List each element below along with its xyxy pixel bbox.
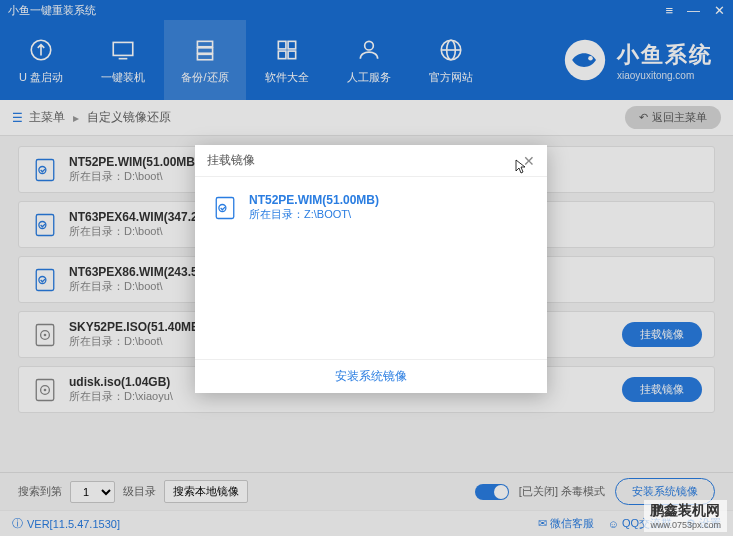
dialog-title: 挂载镜像 (207, 152, 255, 169)
cursor-icon (515, 159, 527, 175)
dialog-file-path: 所在目录：Z:\BOOT\ (249, 207, 531, 222)
mount-image-dialog: 挂载镜像 ✕ NT52PE.WIM(51.00MB) 所在目录：Z:\BOOT\… (195, 145, 547, 393)
watermark: 鹏鑫装机网 www.0753px.com (644, 500, 727, 532)
wim-file-icon (211, 194, 239, 222)
dialog-body: NT52PE.WIM(51.00MB) 所在目录：Z:\BOOT\ (195, 177, 547, 359)
dialog-header: 挂载镜像 ✕ (195, 145, 547, 177)
watermark-sub: www.0753px.com (650, 520, 721, 530)
dialog-install-button[interactable]: 安装系统镜像 (195, 359, 547, 393)
dialog-file-item[interactable]: NT52PE.WIM(51.00MB) 所在目录：Z:\BOOT\ (205, 187, 537, 228)
watermark-main: 鹏鑫装机网 (650, 502, 720, 518)
dialog-file-name: NT52PE.WIM(51.00MB) (249, 193, 531, 207)
